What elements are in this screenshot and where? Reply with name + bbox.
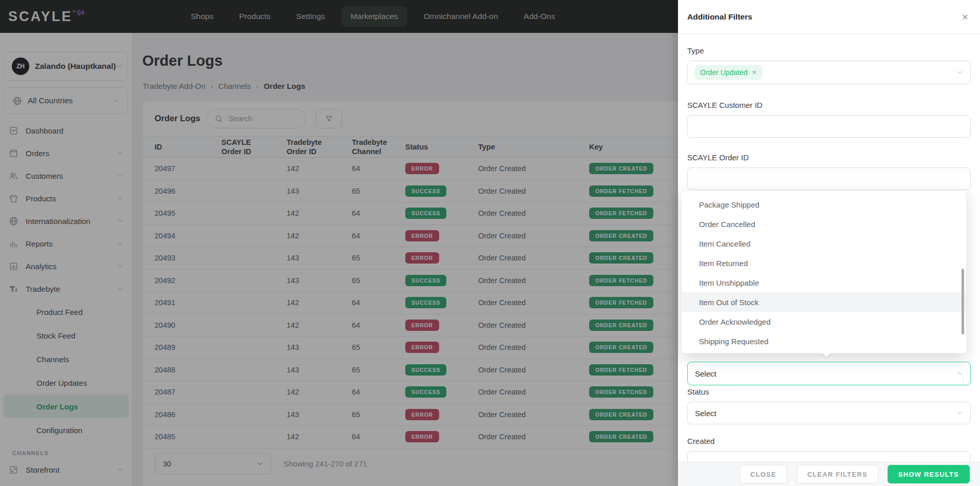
show-results-button[interactable]: SHOW RESULTS (888, 465, 970, 483)
dropdown-option[interactable]: Item Returned (682, 253, 966, 273)
chevron-down-icon (956, 409, 963, 417)
dropdown-option[interactable]: Item Cancelled (682, 234, 966, 253)
dropdown-option[interactable]: Item Unshippable (682, 273, 966, 292)
dropdown-scrollbar[interactable] (962, 269, 964, 334)
dropdown-options: Package Shipped Order Cancelled Item Can… (682, 195, 966, 351)
close-button[interactable]: CLOSE (740, 465, 787, 483)
additional-filters-panel: Additional Filters ✕ Type Order Updated … (678, 0, 980, 486)
type-multiselect[interactable]: Order Updated ✕ (687, 61, 971, 84)
order-id-label: SCAYLE Order ID (687, 153, 749, 162)
status-select[interactable]: Select (687, 402, 971, 424)
dropdown-option[interactable]: Order Acknowledged (682, 312, 966, 331)
dropdown-option[interactable]: Package Shipped (682, 195, 966, 214)
type-field-label: Type (687, 46, 704, 55)
dropdown-option[interactable]: Order Cancelled (682, 214, 966, 234)
dropdown-caret (822, 352, 831, 357)
chevron-down-icon (956, 69, 963, 76)
customer-id-label: SCAYLE Customer ID (687, 101, 762, 109)
close-icon[interactable]: ✕ (958, 10, 972, 24)
clear-filters-button[interactable]: CLEAR FILTERS (797, 465, 878, 483)
dropdown-popover: Package Shipped Order Cancelled Item Can… (681, 190, 967, 353)
order-id-input[interactable] (687, 167, 971, 190)
chip-remove-icon[interactable]: ✕ (752, 69, 757, 76)
created-field-label: Created (687, 437, 714, 445)
key-select-open[interactable]: Select (687, 362, 971, 385)
customer-id-input[interactable] (687, 115, 971, 138)
dropdown-option[interactable]: Item Out of Stock (682, 292, 966, 312)
panel-title: Additional Filters (687, 12, 752, 22)
dropdown-option[interactable]: Shipping Requested (682, 331, 966, 351)
panel-header: Additional Filters ✕ (678, 0, 980, 34)
chevron-up-icon (956, 370, 963, 377)
status-field-label: Status (687, 387, 709, 396)
panel-footer: CLOSE CLEAR FILTERS SHOW RESULTS (678, 462, 980, 486)
selected-type-chip: Order Updated ✕ (695, 65, 762, 80)
